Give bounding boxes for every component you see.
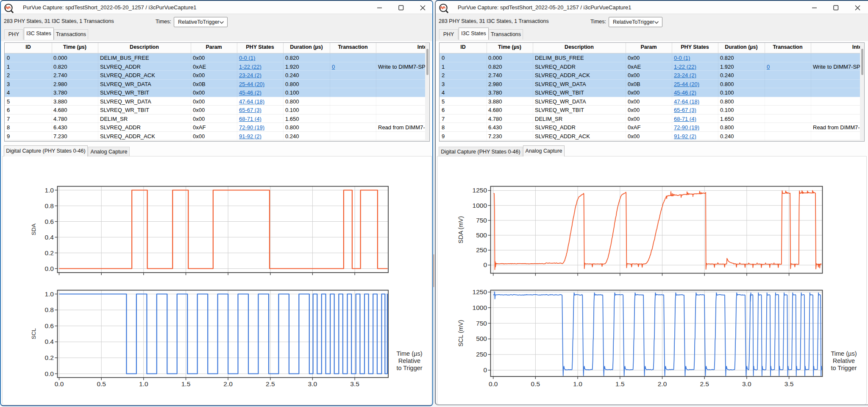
svg-text:3.5: 3.5 [350, 380, 359, 387]
svg-text:Relative: Relative [833, 357, 855, 364]
svg-text:SDA: SDA [31, 223, 37, 235]
svg-text:1.5: 1.5 [615, 380, 625, 387]
svg-text:0.5: 0.5 [97, 380, 106, 387]
svg-text:Time (µs): Time (µs) [397, 350, 423, 357]
svg-text:0.4: 0.4 [45, 234, 54, 241]
svg-text:1.0: 1.0 [573, 380, 582, 387]
svg-text:2.0: 2.0 [223, 380, 233, 387]
svg-text:1000: 1000 [473, 202, 487, 209]
svg-text:1.5: 1.5 [181, 380, 191, 387]
svg-text:to Trigger: to Trigger [831, 365, 857, 371]
svg-text:500: 500 [476, 231, 487, 239]
svg-text:Time (µs): Time (µs) [831, 350, 857, 357]
svg-text:0.6: 0.6 [45, 322, 54, 329]
svg-text:0.5: 0.5 [531, 380, 540, 387]
svg-text:3.0: 3.0 [308, 380, 317, 387]
svg-text:to Trigger: to Trigger [396, 365, 422, 371]
svg-text:2.5: 2.5 [700, 380, 709, 387]
svg-text:1250: 1250 [473, 187, 487, 194]
svg-text:3.5: 3.5 [785, 380, 794, 387]
svg-text:0: 0 [483, 366, 487, 374]
svg-text:3.0: 3.0 [742, 380, 751, 387]
svg-text:SDA (mV): SDA (mV) [457, 216, 464, 243]
svg-text:SCL (mV): SCL (mV) [457, 320, 464, 346]
svg-text:750: 750 [476, 320, 487, 327]
svg-text:0.2: 0.2 [45, 354, 54, 361]
svg-text:1.0: 1.0 [45, 187, 54, 194]
svg-text:0.8: 0.8 [45, 202, 54, 209]
svg-text:250: 250 [476, 246, 487, 254]
svg-text:SCL: SCL [31, 328, 37, 339]
svg-text:0.4: 0.4 [45, 338, 54, 345]
svg-text:1.0: 1.0 [45, 290, 54, 298]
svg-text:1250: 1250 [473, 288, 487, 295]
svg-text:2.0: 2.0 [658, 380, 667, 387]
svg-text:0.6: 0.6 [45, 218, 54, 225]
svg-text:0.2: 0.2 [45, 249, 54, 256]
svg-text:750: 750 [476, 217, 487, 224]
svg-text:1000: 1000 [473, 304, 487, 311]
svg-text:1.0: 1.0 [139, 380, 148, 387]
svg-text:0.0: 0.0 [489, 380, 498, 387]
svg-text:0.0: 0.0 [55, 380, 64, 387]
svg-text:250: 250 [476, 351, 487, 358]
svg-text:2.5: 2.5 [266, 380, 275, 387]
svg-text:0.0: 0.0 [45, 265, 54, 272]
svg-text:0.0: 0.0 [45, 370, 54, 377]
svg-text:Relative: Relative [398, 357, 420, 364]
svg-text:500: 500 [476, 335, 487, 342]
svg-text:0: 0 [483, 261, 487, 268]
svg-text:0.8: 0.8 [45, 306, 54, 313]
